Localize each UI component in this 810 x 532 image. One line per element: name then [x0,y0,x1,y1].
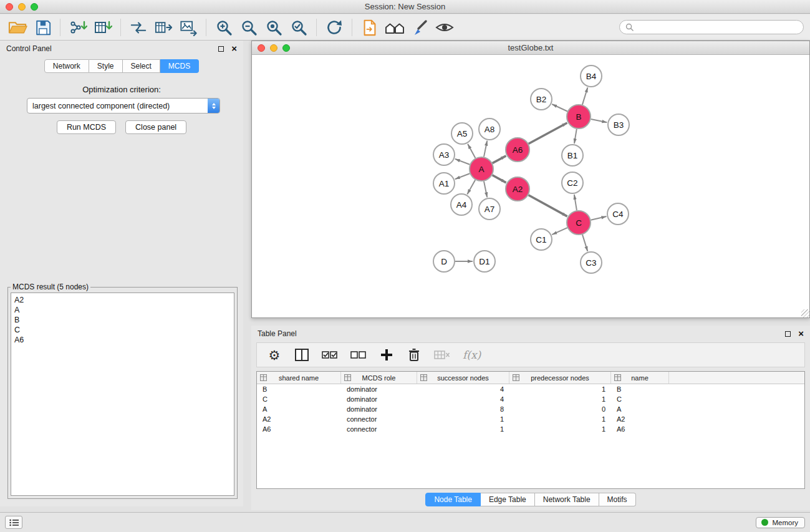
node-C[interactable]: C [567,211,591,235]
tab-edge-table[interactable]: Edge Table [481,493,535,506]
column-header-predecessor-nodes[interactable]: predecessor nodes [509,372,611,384]
tab-style[interactable]: Style [89,59,123,73]
gear-icon[interactable]: ⚙ [267,346,282,364]
table-row[interactable]: A2connector11A2 [257,414,804,424]
node-C1[interactable]: C1 [531,229,552,250]
close-panel-icon[interactable]: × [231,46,237,52]
table-close-panel-icon[interactable]: × [798,331,804,337]
tab-select[interactable]: Select [123,59,160,73]
home-icon[interactable] [383,17,406,38]
export-image-icon[interactable] [177,17,200,38]
edge-A-A7[interactable] [484,181,487,198]
tab-mcds[interactable]: MCDS [160,59,199,73]
node-A4[interactable]: A4 [451,194,472,215]
node-A[interactable]: A [470,157,493,181]
import-network-icon[interactable] [67,17,89,38]
node-A6[interactable]: A6 [506,138,529,162]
edge-A-A3[interactable] [455,159,470,165]
node-D[interactable]: D [433,251,455,272]
table-row[interactable]: Cdominator41C [257,394,804,404]
mcds-result-item[interactable]: A6 [14,335,231,345]
column-header-mcds-role[interactable]: MCDS role [341,372,417,384]
edge-C-C3[interactable] [582,235,587,251]
export-table-icon[interactable] [152,17,175,38]
edge-B-B1[interactable] [574,129,577,144]
node-A1[interactable]: A1 [433,173,455,194]
column-header-name[interactable]: name [611,372,669,384]
refresh-icon[interactable] [323,17,345,38]
node-B1[interactable]: B1 [562,145,583,166]
edge-C-C4[interactable] [591,216,607,220]
zoom-selected-icon[interactable] [287,17,310,38]
edge-C-C2[interactable] [574,195,577,210]
add-icon[interactable] [379,346,394,364]
node-A5[interactable]: A5 [451,123,473,144]
mcds-result-item[interactable]: C [14,325,231,335]
float-panel-icon[interactable] [218,46,224,52]
edge-A-A6[interactable] [493,156,506,163]
node-A3[interactable]: A3 [433,144,455,165]
network-canvas[interactable]: B4B2BB3A5A8A6A3B1AA1C2A2A4A7CC4C1C3DD1 [252,56,809,317]
table-float-panel-icon[interactable] [785,331,791,337]
search-input[interactable] [637,23,798,32]
tab-network[interactable]: Network [44,59,89,73]
task-history-button[interactable] [5,516,22,529]
network-svg[interactable]: B4B2BB3A5A8A6A3B1AA1C2A2A4A7CC4C1C3DD1 [252,56,809,317]
table-row[interactable]: A6connector11A6 [257,424,804,434]
resize-grip[interactable] [801,309,809,317]
columns-icon[interactable] [294,346,309,364]
export-network-icon[interactable] [127,17,150,38]
column-header-shared-name[interactable]: shared name [257,372,341,384]
run-mcds-button[interactable]: Run MCDS [57,120,116,134]
node-D1[interactable]: D1 [474,251,495,272]
node-C4[interactable]: C4 [607,203,629,225]
zoom-in-icon[interactable] [213,17,235,38]
edge-A2-C[interactable] [529,195,567,216]
eye-icon[interactable] [433,17,456,38]
zoom-fit-icon[interactable] [263,17,285,38]
network-minimize-button[interactable] [270,44,277,52]
edge-B-B3[interactable] [591,119,607,122]
mcds-result-item[interactable]: B [14,315,231,325]
close-window-button[interactable] [6,3,13,11]
column-header-successor-nodes[interactable]: successor nodes [417,372,509,384]
mcds-result-list[interactable]: A2ABCA6 [11,293,234,496]
memory-button[interactable]: Memory [756,517,805,528]
minimize-window-button[interactable] [18,3,26,11]
edge-A-A5[interactable] [468,144,475,158]
network-close-button[interactable] [258,44,265,52]
tab-node-table[interactable]: Node Table [425,493,481,506]
node-A8[interactable]: A8 [479,118,500,140]
criterion-dropdown[interactable]: largest connected component (directed) [27,98,220,114]
tab-motifs[interactable]: Motifs [599,493,636,506]
node-B3[interactable]: B3 [608,114,629,135]
node-C3[interactable]: C3 [581,252,602,273]
brush-icon[interactable] [408,17,431,38]
edge-A-A8[interactable] [484,141,487,157]
edge-A-A4[interactable] [467,180,475,194]
import-table-icon[interactable] [92,17,114,38]
mcds-result-item[interactable]: A [14,305,231,315]
trash-icon[interactable] [407,346,422,364]
close-panel-button[interactable]: Close panel [125,120,186,134]
open-folder-icon[interactable] [6,17,29,38]
edge-B-B2[interactable] [552,104,567,112]
node-B2[interactable]: B2 [531,89,552,110]
edge-A6-B[interactable] [529,123,567,144]
deselect-all-icon[interactable] [350,346,367,364]
mcds-result-item[interactable]: A2 [14,295,231,305]
node-C2[interactable]: C2 [562,172,583,193]
search-box[interactable] [619,20,804,34]
select-all-icon[interactable] [322,346,338,364]
edge-A-A2[interactable] [493,175,506,183]
node-A2[interactable]: A2 [506,177,529,201]
edge-C-C1[interactable] [552,228,567,235]
node-B4[interactable]: B4 [581,65,602,87]
edge-B-B4[interactable] [582,87,588,105]
network-zoom-button[interactable] [282,44,290,52]
table-row[interactable]: Bdominator41B [257,384,804,394]
edge-A-A1[interactable] [455,173,470,179]
tab-network-table[interactable]: Network Table [535,493,599,506]
save-icon[interactable] [31,17,54,38]
zoom-window-button[interactable] [31,3,38,11]
